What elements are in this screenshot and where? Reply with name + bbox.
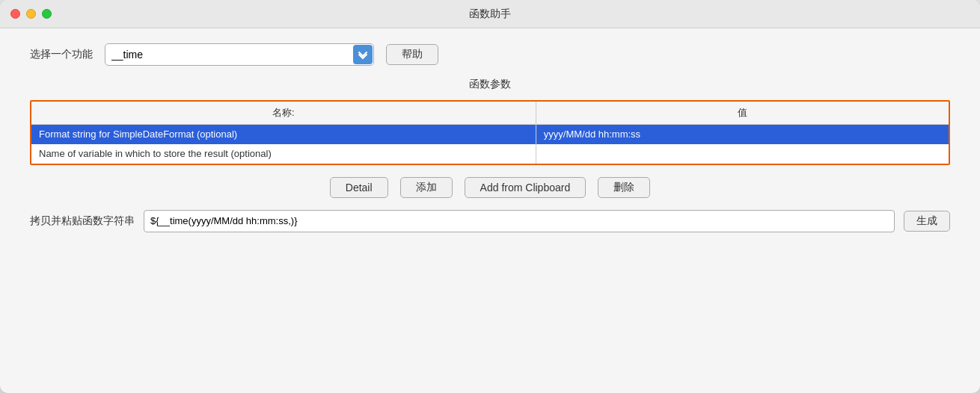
formula-input[interactable] (144, 210, 895, 232)
close-button[interactable] (10, 9, 20, 19)
function-select[interactable] (105, 43, 374, 66)
detail-button[interactable]: Detail (330, 177, 388, 198)
maximize-button[interactable] (42, 9, 52, 19)
delete-button[interactable]: 删除 (598, 177, 650, 198)
params-table: 名称: 值 Format string for SimpleDateFormat… (31, 102, 949, 164)
col-header-value: 值 (536, 102, 949, 125)
params-table-wrapper: 名称: 值 Format string for SimpleDateFormat… (30, 100, 950, 165)
function-select-row: 选择一个功能 帮助 (30, 43, 950, 66)
help-button[interactable]: 帮助 (386, 44, 438, 65)
params-section-title: 函数参数 (30, 78, 950, 91)
window: 函数助手 选择一个功能 帮助 函数参数 (0, 0, 980, 393)
action-buttons-row: Detail 添加 Add from Clipboard 删除 (30, 177, 950, 198)
col-header-name: 名称: (31, 102, 536, 125)
function-label: 选择一个功能 (30, 48, 93, 61)
bottom-row: 拷贝并粘贴函数字符串 生成 (30, 210, 950, 232)
add-clipboard-button[interactable]: Add from Clipboard (465, 177, 587, 198)
generate-button[interactable]: 生成 (904, 211, 950, 232)
param-name: Format string for SimpleDateFormat (opti… (31, 125, 536, 144)
add-button[interactable]: 添加 (400, 177, 453, 198)
traffic-lights (10, 9, 52, 19)
param-value (536, 144, 949, 164)
titlebar: 函数助手 (0, 0, 980, 28)
param-value: yyyy/MM/dd hh:mm:ss (536, 125, 949, 144)
minimize-button[interactable] (26, 9, 36, 19)
main-content: 选择一个功能 帮助 函数参数 名称: 值 (0, 28, 980, 393)
table-row[interactable]: Name of variable in which to store the r… (31, 144, 949, 164)
param-name: Name of variable in which to store the r… (31, 144, 536, 164)
function-select-wrapper (105, 43, 374, 66)
table-row[interactable]: Format string for SimpleDateFormat (opti… (31, 125, 949, 144)
formula-label: 拷贝并粘贴函数字符串 (30, 214, 135, 228)
window-title: 函数助手 (469, 7, 511, 21)
